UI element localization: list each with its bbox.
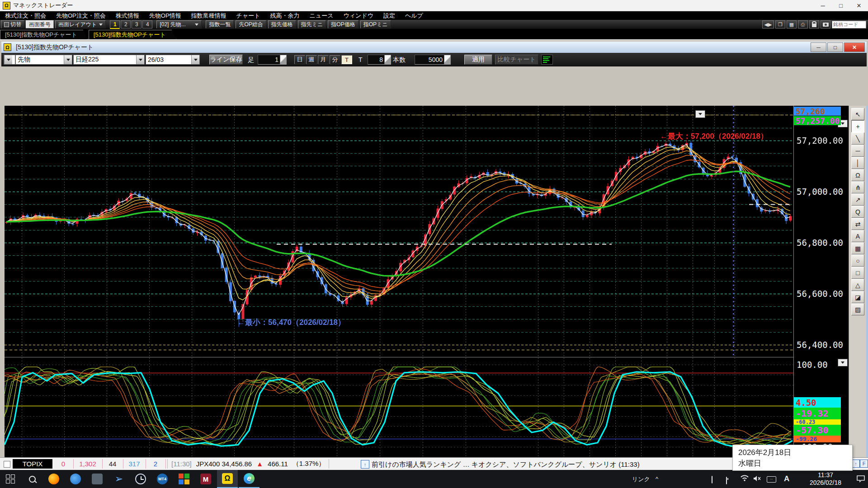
contract-select[interactable]: 26/03 xyxy=(146,55,200,65)
nav-button-2[interactable]: 指先価格 xyxy=(268,20,296,28)
taskbar-clock[interactable]: 11:37 2026/02/18 xyxy=(797,471,854,487)
screen-number-button[interactable]: 画面番号 xyxy=(26,20,54,28)
ime-mode-indicator[interactable]: A xyxy=(784,474,789,483)
grid-tool-icon[interactable]: ▦ xyxy=(851,242,864,254)
chart-canvas[interactable] xyxy=(5,106,793,465)
mail-send-icon[interactable]: ➢ xyxy=(108,470,129,488)
edge-icon[interactable]: e xyxy=(239,470,259,488)
rectangle-tool-icon[interactable]: □ xyxy=(851,267,864,279)
nav-button-5[interactable]: 指OPミニ xyxy=(360,20,391,28)
period-button-週[interactable]: 週 xyxy=(306,55,317,64)
page-button-3[interactable]: 3 xyxy=(132,20,142,28)
camera-icon[interactable] xyxy=(821,20,830,28)
osc-axis-dropdown[interactable] xyxy=(838,359,848,366)
mt4-icon[interactable]: MT4 xyxy=(152,470,173,488)
save-line-button[interactable]: ライン保存 xyxy=(209,55,243,65)
clock-app-icon[interactable] xyxy=(130,470,151,488)
nav-button-1[interactable]: 先OP総合 xyxy=(236,20,266,28)
minimize-button[interactable]: ─ xyxy=(814,0,832,11)
printer-icon[interactable]: ⎙ xyxy=(798,20,808,28)
window-maximize-button[interactable]: □ xyxy=(827,42,843,52)
fan-lines-tool-icon[interactable]: ⋔ xyxy=(851,181,864,193)
nav-button-3[interactable]: 指先ミニ xyxy=(298,20,326,28)
nav-button-4[interactable]: 指OP価格 xyxy=(328,20,358,28)
cycle-lines-tool-icon[interactable]: ⇄ xyxy=(851,218,864,230)
page-button-2[interactable]: 2 xyxy=(121,20,131,28)
alert-tool-icon[interactable]: Ω xyxy=(851,169,864,181)
menu-item-8[interactable]: ウィンドウ xyxy=(338,12,378,20)
menu-item-6[interactable]: 残高・余力 xyxy=(265,12,305,20)
category-select[interactable]: 先物 xyxy=(15,55,72,65)
scroll-up-icon[interactable]: ↑ xyxy=(852,460,860,468)
stock-code-input[interactable] xyxy=(832,21,866,28)
period-button-日[interactable]: 日 xyxy=(294,55,305,64)
document-tab-0[interactable]: [5130]指数先物OPチャート xyxy=(0,30,88,39)
document-tab-1[interactable]: [5130]指数先物OPチャート xyxy=(89,30,176,39)
nav-button-0[interactable]: 指数一覧 xyxy=(206,20,234,28)
menu-item-5[interactable]: チャート xyxy=(231,12,265,20)
volume-muted-icon[interactable] xyxy=(753,475,761,483)
start-button[interactable] xyxy=(0,470,21,488)
page-button-4[interactable]: 4 xyxy=(142,20,152,28)
triangle-tool-icon[interactable]: △ xyxy=(851,279,864,291)
vertical-line-tool-icon[interactable]: │ xyxy=(851,157,864,169)
period-button-T[interactable]: T xyxy=(341,55,352,64)
monex-trader-taskbar-icon[interactable]: Ω xyxy=(217,470,238,488)
close-button[interactable]: ✕ xyxy=(850,0,868,11)
switch-button[interactable]: 切替 xyxy=(1,20,24,28)
symbol-select[interactable]: 日経225 xyxy=(73,55,145,65)
menu-item-10[interactable]: ヘルプ xyxy=(400,12,428,20)
compare-chart-button[interactable]: 比較チャート xyxy=(495,55,538,65)
trend-line-tool-icon[interactable]: ╲ xyxy=(851,132,864,145)
plot-dropdown-button[interactable] xyxy=(695,110,705,118)
dock-arrows-icon[interactable]: ◀▶ xyxy=(762,20,774,28)
thunderbird-icon[interactable] xyxy=(65,470,86,488)
app-gray-icon[interactable] xyxy=(87,470,108,488)
apply-button[interactable]: 適用 xyxy=(464,55,492,65)
eraser-tool-icon[interactable]: ◪ xyxy=(851,291,864,303)
firefox-icon[interactable] xyxy=(43,470,64,488)
menu-item-4[interactable]: 指数業種情報 xyxy=(186,12,231,20)
chart-window-titlebar[interactable]: Ω [5130]指数先物OPチャート ─ □ ✕ xyxy=(1,42,867,53)
screen-layout-button[interactable]: 画面レイアウト xyxy=(55,20,106,28)
period-button-月[interactable]: 月 xyxy=(318,55,329,64)
notification-icon[interactable] xyxy=(856,475,865,484)
count-stepper[interactable]: 5000 xyxy=(415,55,451,65)
news-ticker[interactable]: 前引けの市場人気ランキング … キオクシア、ソフトバンクグループ、サンリオ (1… xyxy=(372,460,640,469)
window-icon[interactable]: ❐ xyxy=(775,20,785,28)
lock-icon[interactable] xyxy=(809,20,819,28)
period-button-分[interactable]: 分 xyxy=(330,55,340,64)
link-label[interactable]: リンク xyxy=(632,475,650,483)
menu-item-0[interactable]: 株式注文・照会 xyxy=(0,12,51,20)
crosshair-tool-icon[interactable]: + xyxy=(851,120,864,132)
keyboard-icon[interactable]: ▦ xyxy=(787,20,797,28)
tray-expand-icon[interactable]: ^ xyxy=(656,475,658,482)
status-checkbox[interactable] xyxy=(4,461,10,468)
menu-item-2[interactable]: 株式情報 xyxy=(111,12,144,20)
menu-item-7[interactable]: ニュース xyxy=(305,12,339,20)
menu-item-3[interactable]: 先物OP情報 xyxy=(144,12,186,20)
news-icon[interactable]: ↑ xyxy=(361,460,369,469)
quote-list-icon[interactable] xyxy=(541,55,553,65)
office-icon[interactable] xyxy=(174,470,194,488)
window-close-button[interactable]: ✕ xyxy=(844,42,865,52)
preset-dropdown[interactable]: [02] 先物... xyxy=(156,20,202,28)
index-selector[interactable]: TOPIX xyxy=(13,459,52,469)
menu-item-1[interactable]: 先物OP注文・照会 xyxy=(51,12,111,20)
quote-list-tool-icon[interactable]: Q xyxy=(851,206,864,218)
touch-keyboard-icon[interactable]: ⋯ xyxy=(767,476,776,483)
tick-stepper[interactable]: 8 xyxy=(368,55,391,65)
wifi-icon[interactable] xyxy=(741,475,749,483)
m-trader-icon[interactable]: M xyxy=(195,470,216,488)
cast-icon[interactable] xyxy=(712,476,712,483)
ellipse-tool-icon[interactable]: ○ xyxy=(851,254,864,267)
bar-interval-stepper[interactable]: 1 xyxy=(258,55,287,65)
arrow-line-tool-icon[interactable]: ↗ xyxy=(851,193,864,206)
window-minimize-button[interactable]: ─ xyxy=(811,42,826,52)
search-icon[interactable] xyxy=(22,470,42,488)
horizontal-line-tool-icon[interactable]: ─ xyxy=(851,145,864,157)
battery-icon[interactable] xyxy=(726,477,727,484)
menu-item-9[interactable]: 設定 xyxy=(378,12,400,20)
page-button-1[interactable]: 1 xyxy=(110,20,120,29)
mini-dropdown[interactable] xyxy=(4,55,15,65)
